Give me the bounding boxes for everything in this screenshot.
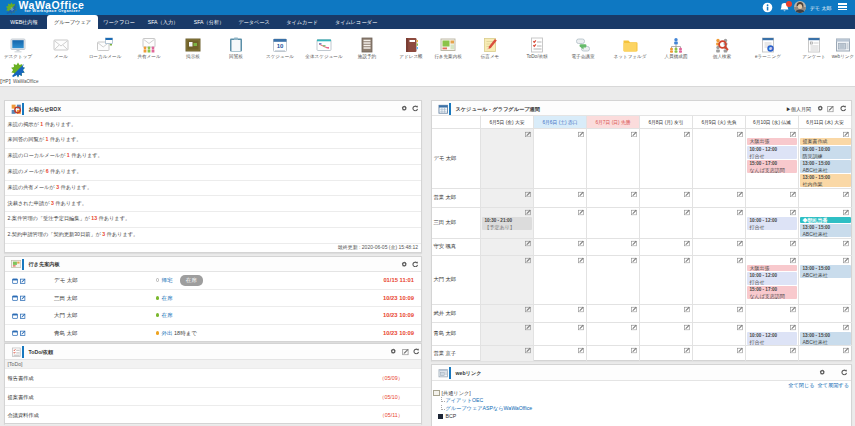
svg-text:e: e [769,45,772,51]
svg-text:10: 10 [277,43,284,49]
